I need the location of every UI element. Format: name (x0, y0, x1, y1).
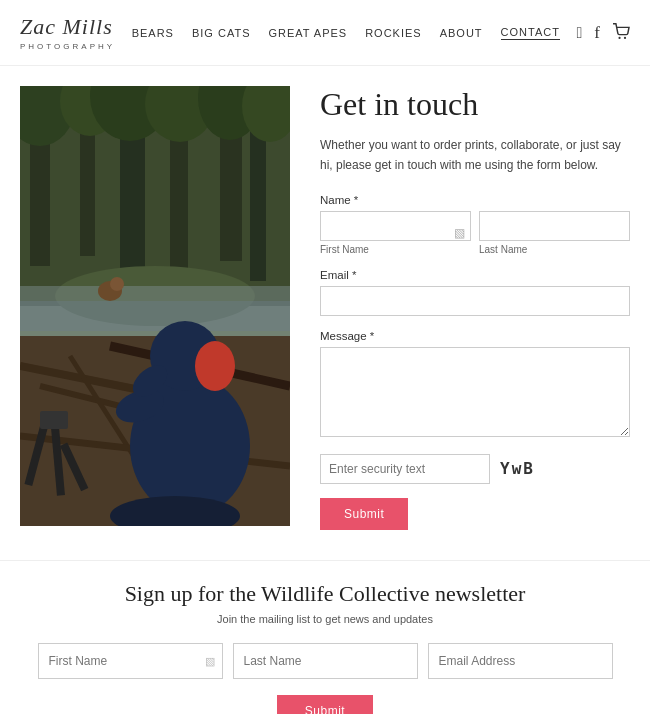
nl-first-name-input[interactable] (38, 643, 223, 679)
message-label: Message * (320, 330, 630, 342)
newsletter-submit-button[interactable]: Submit (277, 695, 373, 714)
nav-bears[interactable]: BEARS (132, 27, 174, 39)
first-name-wrap: ▧ First Name (320, 211, 471, 255)
svg-point-1 (624, 36, 626, 38)
nav-contact[interactable]: CONTACT (501, 26, 560, 40)
svg-point-20 (110, 277, 124, 291)
page-description: Whether you want to order prints, collab… (320, 135, 630, 176)
first-name-label: First Name (320, 244, 471, 255)
nl-first-name-icon: ▧ (205, 654, 215, 667)
social-icons:  f (576, 23, 630, 43)
svg-rect-18 (20, 301, 290, 331)
contact-form-area: Get in touch Whether you want to order p… (320, 86, 630, 530)
newsletter-fields: ▧ (20, 643, 630, 679)
first-name-icon: ▧ (454, 226, 465, 240)
newsletter-title: Sign up for the Wildlife Collective news… (20, 581, 630, 607)
newsletter-section: Sign up for the Wildlife Collective news… (0, 560, 650, 714)
security-code: YwB (500, 459, 535, 478)
last-name-wrap: Last Name (479, 211, 630, 255)
logo[interactable]: Zac Mills PHOTOGRAPHY (20, 14, 115, 51)
main-nav: BEARS BIG CATS GREAT APES ROCKIES ABOUT … (132, 26, 560, 40)
nav-great-apes[interactable]: GREAT APES (268, 27, 347, 39)
nav-about[interactable]: ABOUT (440, 27, 483, 39)
svg-point-0 (618, 36, 620, 38)
email-field-group: Email * (320, 269, 630, 316)
message-textarea[interactable] (320, 347, 630, 437)
contact-form: Name * ▧ First Name Last Name Email * (320, 194, 630, 530)
page-title: Get in touch (320, 86, 630, 123)
first-name-input[interactable] (320, 211, 471, 241)
instagram-icon[interactable]:  (576, 24, 582, 42)
svg-rect-35 (40, 411, 68, 429)
email-label: Email * (320, 269, 630, 281)
security-row: YwB (320, 454, 630, 484)
facebook-icon[interactable]: f (594, 23, 600, 43)
nl-email-wrap (428, 643, 613, 679)
nl-last-name-input[interactable] (233, 643, 418, 679)
name-row: ▧ First Name Last Name (320, 211, 630, 255)
message-field-group: Message * (320, 330, 630, 440)
logo-subtitle: PHOTOGRAPHY (20, 42, 115, 51)
nl-first-name-wrap: ▧ (38, 643, 223, 679)
svg-point-29 (195, 341, 235, 391)
nav-rockies[interactable]: ROCKIES (365, 27, 422, 39)
name-field-group: Name * ▧ First Name Last Name (320, 194, 630, 255)
submit-button[interactable]: Submit (320, 498, 408, 530)
nl-last-name-wrap (233, 643, 418, 679)
nav-big-cats[interactable]: BIG CATS (192, 27, 251, 39)
last-name-label: Last Name (479, 244, 630, 255)
email-input[interactable] (320, 286, 630, 316)
site-header: Zac Mills PHOTOGRAPHY BEARS BIG CATS GRE… (0, 0, 650, 66)
cart-icon[interactable] (612, 23, 630, 43)
last-name-input[interactable] (479, 211, 630, 241)
hero-photo (20, 86, 290, 526)
logo-name: Zac Mills (20, 14, 115, 40)
name-label: Name * (320, 194, 630, 206)
nl-email-input[interactable] (428, 643, 613, 679)
newsletter-subtitle: Join the mailing list to get news and up… (20, 613, 630, 625)
security-input[interactable] (320, 454, 490, 484)
main-content: Get in touch Whether you want to order p… (0, 86, 650, 530)
